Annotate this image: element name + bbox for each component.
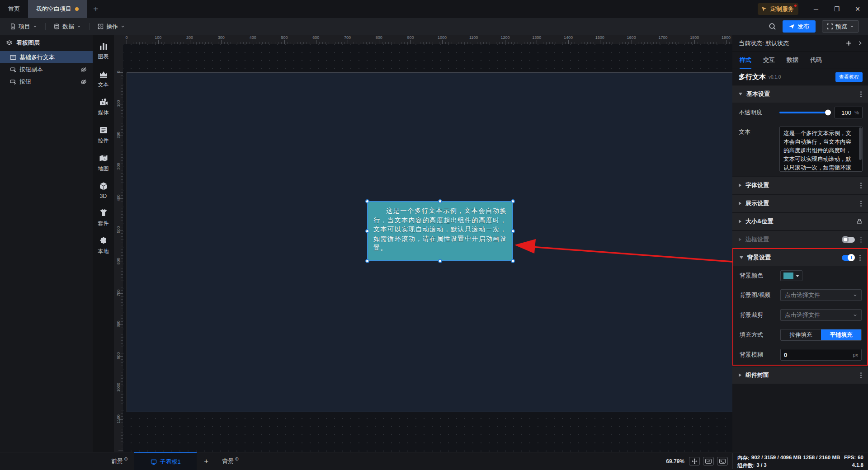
tab-interaction[interactable]: 交互 — [763, 52, 775, 69]
kebab-menu-icon[interactable] — [859, 182, 863, 189]
zoom-level[interactable]: 69.79% — [666, 458, 684, 465]
asset-kits[interactable]: 套件 — [98, 208, 109, 227]
new-project-tab-button[interactable]: + — [87, 0, 105, 18]
tutorial-button[interactable]: 查看教程 — [835, 72, 863, 82]
sub-board-tab-label: 子看板1 — [160, 458, 181, 466]
sub-board-tab[interactable]: 子看板1 — [134, 452, 197, 470]
tab-code[interactable]: 代码 — [810, 52, 822, 69]
preview-button[interactable]: 预览 — [822, 20, 859, 33]
kebab-menu-icon[interactable] — [859, 90, 863, 98]
asset-widgets[interactable]: 控件 — [98, 125, 109, 145]
background-toggle-on[interactable] — [842, 255, 854, 261]
layer-item-button[interactable]: 按钮 — [0, 75, 93, 88]
fill-tile-option[interactable]: 平铺填充 — [821, 329, 861, 340]
visibility-off-icon[interactable] — [80, 79, 87, 85]
file-placeholder: 点击选择文件 — [785, 291, 853, 299]
canvas-viewport[interactable]: 这是一个多行文本示例，文本会自动换行，当文本内容的高度超出组件的高度时，文本可以… — [123, 44, 732, 452]
v-ruler-number: 0 — [116, 67, 121, 76]
grid-icon — [98, 24, 104, 29]
asset-charts[interactable]: 图表 — [98, 41, 109, 61]
resize-handle-w[interactable] — [365, 229, 369, 233]
fill-stretch-option[interactable]: 拉伸填充 — [781, 329, 821, 340]
menu-actions[interactable]: 操作 — [93, 23, 129, 31]
add-board-button[interactable]: + — [197, 452, 216, 470]
component-version: v0.1.0 — [769, 75, 781, 80]
multiline-text-component[interactable]: 这是一个多行文本示例，文本会自动换行，当文本内容的高度超出组件的高度时，文本可以… — [367, 201, 513, 261]
resize-handle-s[interactable] — [438, 259, 442, 263]
add-foreground-icon[interactable]: ⊕ — [124, 456, 128, 462]
resize-handle-ne[interactable] — [511, 199, 515, 203]
kebab-menu-icon[interactable] — [859, 200, 863, 207]
add-background-icon[interactable]: ⊕ — [235, 456, 239, 462]
memory-value: 902 / 3159 / 4096 MB — [751, 455, 802, 461]
publish-button[interactable]: 发布 — [783, 20, 816, 33]
add-state-icon[interactable] — [845, 40, 852, 47]
background-media-select[interactable]: 点击选择文件 — [780, 289, 862, 301]
h-ruler-number: 500 — [281, 35, 288, 40]
tab-style[interactable]: 样式 — [740, 52, 751, 69]
asset-3d[interactable]: 3D — [99, 181, 108, 199]
main-area: 看板图层 基础多行文本 按钮副本 — [0, 35, 868, 452]
chevron-right-icon[interactable] — [858, 41, 863, 46]
fps-value: 60 — [858, 455, 863, 461]
h-ruler-number: 300 — [218, 35, 225, 40]
project-tab[interactable]: 我的空白项目 — [28, 0, 87, 18]
resize-handle-n[interactable] — [438, 199, 442, 203]
asset-maps[interactable]: 地图 — [98, 153, 109, 173]
menu-data[interactable]: 数据 — [49, 23, 85, 31]
maximize-button[interactable]: ❐ — [826, 0, 847, 18]
section-background-header[interactable]: 背景设置 — [733, 249, 867, 266]
h-ruler-number: 1600 — [627, 35, 636, 40]
section-basic-header[interactable]: 基本设置 — [732, 85, 868, 103]
resize-handle-e[interactable] — [511, 229, 515, 233]
background-button[interactable]: 背景 ⊕ — [216, 452, 245, 470]
kebab-menu-icon[interactable] — [859, 254, 862, 262]
resize-handle-nw[interactable] — [365, 199, 369, 203]
visibility-off-icon[interactable] — [80, 66, 87, 73]
inspector-sections: 基本设置 不透明度 100 % — [732, 85, 868, 452]
layer-item-button-copy[interactable]: 按钮副本 — [0, 63, 93, 75]
foreground-button[interactable]: 前景 ⊕ — [105, 452, 134, 470]
foreground-label: 前景 — [111, 457, 123, 465]
component-count-label: 组件数: — [737, 462, 755, 469]
console-button[interactable] — [717, 457, 728, 465]
background-crop-select[interactable]: 点击选择文件 — [780, 309, 862, 321]
asset-text[interactable]: 文本 — [98, 69, 109, 89]
opacity-input[interactable]: 100 % — [835, 107, 863, 118]
section-size-position-header[interactable]: 大小&位置 — [732, 213, 868, 230]
document-icon — [10, 24, 16, 29]
menu-project[interactable]: 项目 — [5, 23, 42, 31]
textarea-scrollbar[interactable] — [859, 127, 862, 160]
slider-knob[interactable] — [825, 110, 831, 116]
home-tab[interactable]: 首页 — [0, 0, 28, 18]
asset-media[interactable]: 媒体 — [98, 97, 109, 117]
background-blur-input[interactable]: 0 px — [780, 349, 862, 361]
kebab-menu-icon[interactable] — [859, 236, 863, 244]
v-ruler-number: 900 — [116, 351, 121, 360]
kebab-menu-icon[interactable] — [859, 371, 863, 379]
asset-local[interactable]: 本地 — [98, 236, 109, 255]
section-title: 组件封面 — [745, 371, 769, 379]
section-cover-header[interactable]: 组件封面 — [732, 367, 868, 384]
minimize-button[interactable]: ─ — [806, 0, 826, 18]
fit-view-button[interactable] — [689, 457, 700, 465]
section-border-header[interactable]: 边框设置 — [732, 231, 868, 248]
section-font-header[interactable]: 字体设置 — [732, 177, 868, 194]
search-icon[interactable] — [769, 23, 776, 30]
lock-icon[interactable] — [856, 218, 863, 225]
layer-item-multiline-text[interactable]: 基础多行文本 — [0, 51, 93, 63]
border-toggle-off[interactable] — [843, 237, 855, 243]
opacity-slider[interactable] — [779, 112, 830, 113]
resize-handle-se[interactable] — [511, 259, 515, 263]
text-input[interactable]: 这是一个多行文本示例，文本会自动换行，当文本内容的高度超出组件的高度时，文本可以… — [779, 127, 863, 172]
close-button[interactable]: ✕ — [847, 0, 868, 18]
shortcut-keys-button[interactable] — [703, 457, 714, 465]
v-ruler-number: 300 — [116, 162, 121, 171]
custom-service-button[interactable]: 定制服务 — [758, 3, 798, 15]
tab-data[interactable]: 数据 — [787, 52, 798, 69]
section-display-header[interactable]: 展示设置 — [732, 195, 868, 212]
background-blur-row: 背景模糊 0 px — [733, 345, 867, 365]
background-color-picker[interactable] — [780, 270, 802, 281]
asset-toolbar: 图表 文本 媒体 — [93, 35, 114, 452]
resize-handle-sw[interactable] — [365, 259, 369, 263]
